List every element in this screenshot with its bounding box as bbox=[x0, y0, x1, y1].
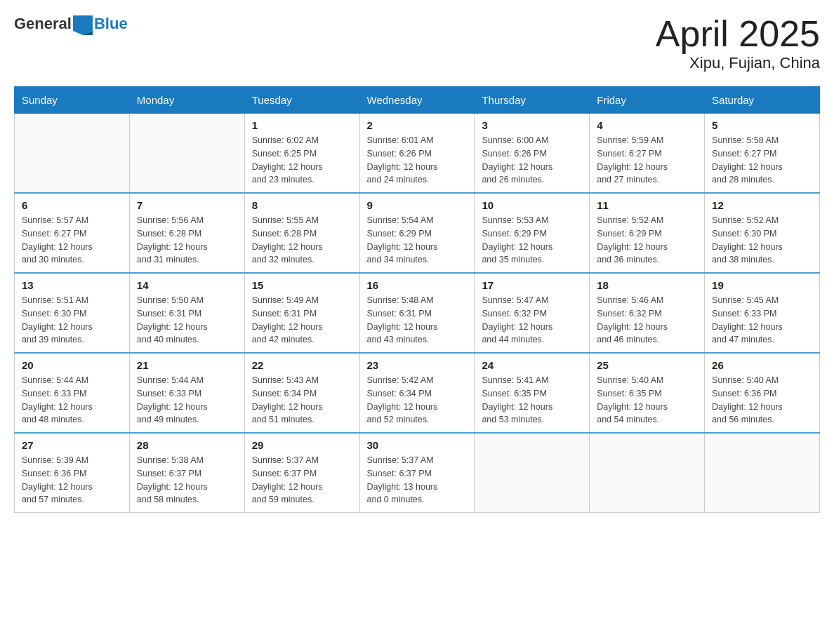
logo-blue-text: Blue bbox=[94, 15, 128, 33]
day-cell: 24Sunrise: 5:41 AMSunset: 6:35 PMDayligh… bbox=[475, 353, 590, 433]
day-number: 3 bbox=[482, 119, 582, 131]
day-number: 26 bbox=[712, 359, 812, 371]
day-info: Sunrise: 6:01 AMSunset: 6:26 PMDaylight:… bbox=[367, 134, 468, 187]
page-title: April 2025 bbox=[656, 14, 820, 54]
day-cell: 29Sunrise: 5:37 AMSunset: 6:37 PMDayligh… bbox=[244, 433, 359, 513]
day-cell: 15Sunrise: 5:49 AMSunset: 6:31 PMDayligh… bbox=[244, 273, 359, 353]
day-cell: 30Sunrise: 5:37 AMSunset: 6:37 PMDayligh… bbox=[359, 433, 475, 513]
day-info: Sunrise: 5:54 AMSunset: 6:29 PMDaylight:… bbox=[367, 214, 468, 267]
day-cell: 10Sunrise: 5:53 AMSunset: 6:29 PMDayligh… bbox=[475, 193, 590, 273]
logo: General Blue bbox=[14, 14, 128, 34]
day-cell bbox=[129, 114, 244, 194]
day-number: 20 bbox=[22, 359, 122, 371]
day-info: Sunrise: 5:47 AMSunset: 6:32 PMDaylight:… bbox=[482, 294, 582, 347]
day-cell: 4Sunrise: 5:59 AMSunset: 6:27 PMDaylight… bbox=[590, 114, 705, 194]
day-cell: 1Sunrise: 6:02 AMSunset: 6:25 PMDaylight… bbox=[244, 114, 359, 194]
week-row-5: 27Sunrise: 5:39 AMSunset: 6:36 PMDayligh… bbox=[15, 433, 820, 513]
day-info: Sunrise: 5:38 AMSunset: 6:37 PMDaylight:… bbox=[137, 454, 237, 507]
day-headers-row: Sunday Monday Tuesday Wednesday Thursday… bbox=[15, 87, 820, 114]
day-info: Sunrise: 5:52 AMSunset: 6:29 PMDaylight:… bbox=[597, 214, 697, 267]
day-number: 2 bbox=[367, 119, 468, 131]
day-number: 9 bbox=[367, 199, 468, 211]
day-number: 6 bbox=[22, 199, 122, 211]
day-cell: 12Sunrise: 5:52 AMSunset: 6:30 PMDayligh… bbox=[705, 193, 820, 273]
day-cell: 9Sunrise: 5:54 AMSunset: 6:29 PMDaylight… bbox=[359, 193, 475, 273]
day-number: 24 bbox=[482, 359, 582, 371]
day-number: 1 bbox=[252, 119, 352, 131]
day-info: Sunrise: 5:53 AMSunset: 6:29 PMDaylight:… bbox=[482, 214, 582, 267]
logo-general-text: General bbox=[14, 15, 72, 33]
header-thursday: Thursday bbox=[475, 87, 590, 114]
header-saturday: Saturday bbox=[705, 87, 820, 114]
day-cell: 18Sunrise: 5:46 AMSunset: 6:32 PMDayligh… bbox=[590, 273, 705, 353]
day-number: 10 bbox=[482, 199, 582, 211]
day-cell: 25Sunrise: 5:40 AMSunset: 6:35 PMDayligh… bbox=[590, 353, 705, 433]
day-number: 17 bbox=[482, 279, 582, 291]
day-cell: 2Sunrise: 6:01 AMSunset: 6:26 PMDaylight… bbox=[359, 114, 475, 194]
day-info: Sunrise: 5:55 AMSunset: 6:28 PMDaylight:… bbox=[252, 214, 352, 267]
day-info: Sunrise: 5:50 AMSunset: 6:31 PMDaylight:… bbox=[137, 294, 237, 347]
day-cell: 14Sunrise: 5:50 AMSunset: 6:31 PMDayligh… bbox=[129, 273, 244, 353]
logo-icon bbox=[73, 15, 93, 35]
day-cell: 19Sunrise: 5:45 AMSunset: 6:33 PMDayligh… bbox=[705, 273, 820, 353]
calendar-header: Sunday Monday Tuesday Wednesday Thursday… bbox=[15, 87, 820, 114]
week-row-3: 13Sunrise: 5:51 AMSunset: 6:30 PMDayligh… bbox=[15, 273, 820, 353]
day-number: 27 bbox=[22, 439, 122, 451]
day-info: Sunrise: 5:41 AMSunset: 6:35 PMDaylight:… bbox=[482, 374, 582, 427]
day-info: Sunrise: 5:43 AMSunset: 6:34 PMDaylight:… bbox=[252, 374, 352, 427]
day-info: Sunrise: 5:59 AMSunset: 6:27 PMDaylight:… bbox=[597, 134, 697, 187]
day-number: 11 bbox=[597, 199, 697, 211]
day-cell: 3Sunrise: 6:00 AMSunset: 6:26 PMDaylight… bbox=[475, 114, 590, 194]
day-info: Sunrise: 6:02 AMSunset: 6:25 PMDaylight:… bbox=[252, 134, 352, 187]
calendar-body: 1Sunrise: 6:02 AMSunset: 6:25 PMDaylight… bbox=[15, 114, 820, 513]
title-block: April 2025 Xipu, Fujian, China bbox=[656, 14, 820, 72]
day-cell: 6Sunrise: 5:57 AMSunset: 6:27 PMDaylight… bbox=[15, 193, 130, 273]
day-number: 25 bbox=[597, 359, 697, 371]
day-info: Sunrise: 5:37 AMSunset: 6:37 PMDaylight:… bbox=[367, 454, 468, 507]
day-cell: 22Sunrise: 5:43 AMSunset: 6:34 PMDayligh… bbox=[244, 353, 359, 433]
day-info: Sunrise: 5:40 AMSunset: 6:35 PMDaylight:… bbox=[597, 374, 697, 427]
header-friday: Friday bbox=[590, 87, 705, 114]
day-number: 23 bbox=[367, 359, 468, 371]
calendar-table: Sunday Monday Tuesday Wednesday Thursday… bbox=[14, 86, 820, 513]
header-sunday: Sunday bbox=[15, 87, 130, 114]
day-number: 21 bbox=[137, 359, 237, 371]
day-info: Sunrise: 5:57 AMSunset: 6:27 PMDaylight:… bbox=[22, 214, 122, 267]
day-cell: 27Sunrise: 5:39 AMSunset: 6:36 PMDayligh… bbox=[15, 433, 130, 513]
day-info: Sunrise: 5:44 AMSunset: 6:33 PMDaylight:… bbox=[22, 374, 122, 427]
day-cell: 17Sunrise: 5:47 AMSunset: 6:32 PMDayligh… bbox=[475, 273, 590, 353]
day-cell: 13Sunrise: 5:51 AMSunset: 6:30 PMDayligh… bbox=[15, 273, 130, 353]
day-number: 8 bbox=[252, 199, 352, 211]
day-number: 16 bbox=[367, 279, 468, 291]
day-cell: 20Sunrise: 5:44 AMSunset: 6:33 PMDayligh… bbox=[15, 353, 130, 433]
day-cell: 7Sunrise: 5:56 AMSunset: 6:28 PMDaylight… bbox=[129, 193, 244, 273]
day-number: 30 bbox=[367, 439, 468, 451]
day-info: Sunrise: 5:49 AMSunset: 6:31 PMDaylight:… bbox=[252, 294, 352, 347]
week-row-1: 1Sunrise: 6:02 AMSunset: 6:25 PMDaylight… bbox=[15, 114, 820, 194]
day-info: Sunrise: 6:00 AMSunset: 6:26 PMDaylight:… bbox=[482, 134, 582, 187]
day-cell: 26Sunrise: 5:40 AMSunset: 6:36 PMDayligh… bbox=[705, 353, 820, 433]
day-number: 14 bbox=[137, 279, 237, 291]
day-cell: 16Sunrise: 5:48 AMSunset: 6:31 PMDayligh… bbox=[359, 273, 475, 353]
day-info: Sunrise: 5:46 AMSunset: 6:32 PMDaylight:… bbox=[597, 294, 697, 347]
day-cell bbox=[705, 433, 820, 513]
day-number: 18 bbox=[597, 279, 697, 291]
day-cell: 5Sunrise: 5:58 AMSunset: 6:27 PMDaylight… bbox=[705, 114, 820, 194]
page-header: General Blue April 2025 Xipu, Fujian, Ch… bbox=[14, 14, 820, 72]
day-info: Sunrise: 5:48 AMSunset: 6:31 PMDaylight:… bbox=[367, 294, 468, 347]
day-number: 28 bbox=[137, 439, 237, 451]
day-number: 12 bbox=[712, 199, 812, 211]
day-info: Sunrise: 5:42 AMSunset: 6:34 PMDaylight:… bbox=[367, 374, 468, 427]
day-info: Sunrise: 5:37 AMSunset: 6:37 PMDaylight:… bbox=[252, 454, 352, 507]
day-cell: 23Sunrise: 5:42 AMSunset: 6:34 PMDayligh… bbox=[359, 353, 475, 433]
day-cell: 11Sunrise: 5:52 AMSunset: 6:29 PMDayligh… bbox=[590, 193, 705, 273]
day-number: 15 bbox=[252, 279, 352, 291]
day-cell bbox=[15, 114, 130, 194]
page-subtitle: Xipu, Fujian, China bbox=[656, 54, 820, 72]
day-number: 19 bbox=[712, 279, 812, 291]
day-cell: 21Sunrise: 5:44 AMSunset: 6:33 PMDayligh… bbox=[129, 353, 244, 433]
day-cell: 28Sunrise: 5:38 AMSunset: 6:37 PMDayligh… bbox=[129, 433, 244, 513]
header-tuesday: Tuesday bbox=[244, 87, 359, 114]
day-number: 22 bbox=[252, 359, 352, 371]
day-info: Sunrise: 5:51 AMSunset: 6:30 PMDaylight:… bbox=[22, 294, 122, 347]
